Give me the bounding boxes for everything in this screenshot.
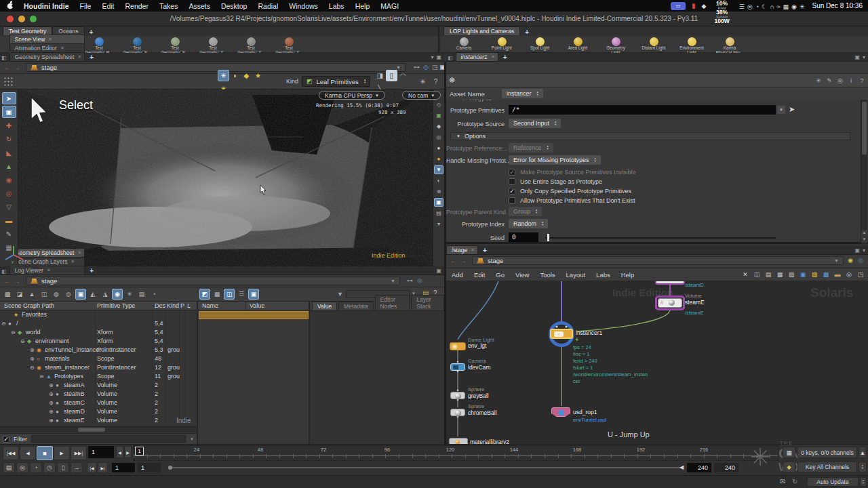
- menubar-status-icon[interactable]: ◎: [747, 3, 753, 10]
- menubar-item[interactable]: Takes: [154, 2, 183, 10]
- key-menu-icon[interactable]: ▴▾: [859, 462, 867, 472]
- pane-tab[interactable]: Log Viewer✕: [9, 266, 85, 274]
- viewport-display-icon[interactable]: ▣: [434, 111, 443, 120]
- range-start-field[interactable]: 1: [112, 463, 135, 472]
- add-pane-tab-button[interactable]: +: [86, 54, 97, 61]
- param-header-icon[interactable]: ✳: [814, 75, 823, 85]
- sheet-toolbar-icon[interactable]: ☰: [236, 289, 247, 300]
- playback-button[interactable]: |◀◀: [3, 446, 19, 460]
- range-end-field[interactable]: 240: [687, 463, 711, 472]
- link-icon[interactable]: ◎: [858, 257, 863, 264]
- filter-funnel-icon[interactable]: ▼: [337, 291, 343, 298]
- pane-tab[interactable]: Animation Editor✕: [9, 43, 85, 52]
- menubar-status-icon[interactable]: ☰: [739, 3, 745, 10]
- sheet-toolbar-icon[interactable]: ◩: [199, 289, 210, 300]
- prim-name[interactable]: steam_instancer: [45, 364, 90, 371]
- system-stat[interactable]: GPU10%: [714, 0, 729, 6]
- scenegraph-toolbar-icon[interactable]: ◔: [149, 289, 159, 300]
- nav-forward-icon[interactable]: →: [460, 257, 467, 264]
- seed-slider[interactable]: [545, 237, 776, 239]
- menubar-clock[interactable]: Sun Dec 8 10:36: [812, 2, 863, 9]
- viewport-tool-icon[interactable]: ↻: [2, 133, 16, 145]
- menubar-status-icon[interactable]: ∩: [770, 3, 774, 10]
- menubar-status-icon[interactable]: ✳: [800, 3, 805, 10]
- add-network-tab-button[interactable]: +: [479, 247, 490, 254]
- key-all-channels-button[interactable]: Key All Channels: [797, 462, 857, 472]
- tree-expander-icon[interactable]: ⊖: [1, 319, 8, 328]
- nav-forward-icon[interactable]: →: [14, 277, 20, 285]
- menubar-status-icon[interactable]: ◉: [791, 3, 797, 10]
- network-menu-item[interactable]: Add: [446, 271, 469, 279]
- network-toolbar-icon[interactable]: ◎: [844, 270, 854, 279]
- link-icon[interactable]: ◎: [417, 277, 422, 284]
- scene-graph-row[interactable]: ⊕●steamDVolume2: [0, 407, 197, 416]
- path-field[interactable]: stage▼: [26, 277, 400, 285]
- pane-handle-icon[interactable]: ◧: [0, 268, 8, 274]
- playbar-option-icon[interactable]: ◷: [43, 462, 56, 473]
- tree-expander-icon[interactable]: ⊖: [11, 328, 18, 337]
- pane-splitter[interactable]: [444, 62, 446, 444]
- tree-expander-icon[interactable]: ⊖: [30, 363, 37, 372]
- viewport-tool-icon[interactable]: ▬: [2, 214, 16, 226]
- scene-graph-row[interactable]: ⊕●steamEVolume2: [0, 416, 197, 425]
- pane-tab[interactable]: Scene View✕: [9, 35, 85, 43]
- viewport-display-icon[interactable]: ⊕: [434, 187, 443, 196]
- menubar-item[interactable]: Radial: [252, 2, 283, 10]
- playbar-option-icon[interactable]: ▯: [57, 462, 69, 473]
- minimize-window-button[interactable]: [18, 16, 25, 22]
- sheet-toolbar-icon[interactable]: ▦: [212, 289, 222, 300]
- viewport-tool-icon[interactable]: ◣: [2, 146, 16, 159]
- camera-dropdown[interactable]: No cam▼: [402, 91, 441, 100]
- viewport-tool-icon[interactable]: ▣: [2, 106, 16, 118]
- apple-menu-icon[interactable]: [0, 1, 18, 11]
- network-toolbar-icon[interactable]: ▨: [810, 270, 819, 279]
- keys-expand-icon[interactable]: ▲: [859, 447, 867, 458]
- scene-graph-row[interactable]: ⊕●steamCVolume2: [0, 399, 197, 407]
- param-scrollbar[interactable]: ▲ ▼: [861, 100, 867, 244]
- menubar-item[interactable]: File: [75, 2, 97, 10]
- pane-handle-icon[interactable]: ◧: [446, 55, 454, 61]
- viewport-display-icon[interactable]: ▼: [434, 165, 443, 174]
- pane-maximize-icon[interactable]: ▣: [436, 268, 441, 274]
- nav-forward-icon[interactable]: →: [14, 64, 20, 71]
- checkbox[interactable]: [509, 197, 515, 204]
- scene-graph-row[interactable]: ⊖◆environmentXform5,4: [0, 337, 197, 346]
- view-cube-icon[interactable]: ◳: [432, 64, 438, 70]
- nav-back-icon[interactable]: ←: [4, 64, 11, 71]
- viewport-display-icon[interactable]: ▤: [434, 209, 443, 218]
- prim-name[interactable]: /: [16, 320, 18, 327]
- prim-name[interactable]: world: [26, 329, 41, 336]
- nav-back-icon[interactable]: ←: [4, 277, 11, 285]
- viewport-display-icon[interactable]: ◎: [434, 133, 443, 142]
- range-start-button[interactable]: |◀: [87, 462, 97, 473]
- keyframe-colors-icon[interactable]: ▦: [783, 447, 795, 458]
- tree-expander-icon[interactable]: ⊕: [30, 354, 37, 363]
- menubar-item[interactable]: Labs: [323, 2, 350, 10]
- scenegraph-toolbar-icon[interactable]: ◎: [63, 289, 74, 300]
- network-tab[interactable]: /stage✕: [446, 245, 478, 254]
- menubar-item[interactable]: Render: [120, 2, 154, 10]
- menubar-status-icon[interactable]: ☾: [762, 3, 767, 10]
- filter-checkbox[interactable]: ✓: [3, 436, 9, 443]
- prim-name[interactable]: materials: [45, 355, 70, 362]
- value-panel-tab[interactable]: Layer Stack: [411, 295, 444, 310]
- handle-missing-dropdown[interactable]: Error for Missing Prototypes▴▾: [509, 155, 601, 165]
- kind-dropdown[interactable]: ◩ Leaf Primitives ▴▾: [302, 76, 370, 87]
- tree-expander-icon[interactable]: ⊕: [49, 390, 56, 399]
- scenegraph-toolbar-icon[interactable]: ◪: [14, 289, 25, 300]
- step-back-button[interactable]: ◀: [116, 446, 123, 458]
- checkbox[interactable]: ✓: [509, 169, 515, 176]
- viewport-tool-icon[interactable]: ◉: [2, 174, 16, 186]
- menubar-status-icon[interactable]: ▦: [783, 3, 789, 10]
- menubar-item[interactable]: Help: [350, 2, 376, 10]
- param-header-icon[interactable]: i: [846, 75, 856, 85]
- scene-graph-row[interactable]: ⊖◉steam_instancerPointInstancer12grou: [0, 363, 197, 372]
- viewport-tool-icon[interactable]: ◎: [2, 187, 16, 199]
- network-toolbar-icon[interactable]: ▧: [787, 270, 796, 279]
- scene-graph-row[interactable]: ⊕○materialsScope48: [0, 354, 197, 363]
- playback-button[interactable]: ◀: [20, 446, 36, 460]
- prototype-primitives-field[interactable]: /*: [509, 105, 776, 115]
- viewport-display-icon[interactable]: ◇: [434, 100, 443, 109]
- scene-graph-row[interactable]: ⊖●/5,4: [0, 319, 197, 328]
- flag-icon[interactable]: ◉: [848, 257, 853, 264]
